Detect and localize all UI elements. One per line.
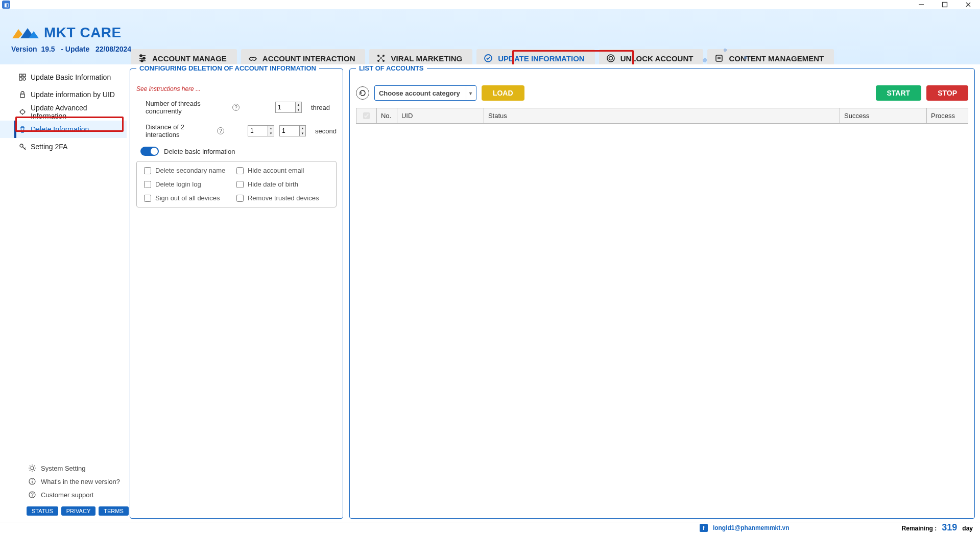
check-sign-out-all-devices[interactable]: Sign out of all devices [144,194,236,202]
distance-min-input[interactable] [248,126,268,136]
check-delete-login-log[interactable]: Delete login log [144,180,236,188]
load-button[interactable]: LOAD [482,85,524,101]
tab-label: ACCOUNT INTERACTION [262,54,355,63]
instructions-link[interactable]: See instructions here ... [136,85,337,92]
sidebar-item-setting-2fa[interactable]: Setting 2FA [0,138,127,155]
unlock-spiral-icon [606,54,615,63]
tab-account-interaction[interactable]: ACCOUNT INTERACTION [241,49,366,64]
whats-new-link[interactable]: What's in the new version? [0,475,127,488]
svg-point-5 [140,55,142,57]
svg-point-11 [383,55,385,57]
check-delete-secondary-name[interactable]: Delete secondary name [144,167,236,174]
tab-label: CONTENT MANAGEMENT [729,54,824,63]
facebook-icon[interactable]: f [700,524,708,532]
svg-point-48 [32,496,32,497]
sidebar-item-label: Update Advanced Information [31,104,121,120]
col-process[interactable]: Process [927,108,968,124]
spin-down[interactable]: ▼ [268,131,274,136]
version-label: Version [11,45,37,53]
check-label: Remove trusted devices [248,194,319,202]
distance-min-spinner[interactable]: ▲▼ [248,125,274,136]
tab-update-information[interactable]: UPDATE INFORMATION [476,49,594,64]
gear-icon [29,465,36,472]
threads-input[interactable] [276,102,295,112]
select-all-checkbox-cell[interactable] [356,108,377,124]
account-category-combo[interactable]: Choose account category ▾ [374,85,476,101]
tab-viral-marketing[interactable]: VIRAL MARKETING [369,49,472,64]
status-bar: f longld1@phanmemmkt.vn Remaining : 319 … [0,522,980,533]
refresh-check-icon [484,54,493,63]
window-maximize-button[interactable] [933,0,957,9]
col-success[interactable]: Success [840,108,927,124]
sidebar-item-delete-information[interactable]: Delete Information [0,121,127,138]
spin-up[interactable]: ▲ [296,102,301,107]
distance-label: Distance of 2 interactions [146,123,212,138]
svg-point-27 [20,110,25,114]
help-icon[interactable]: ? [232,104,240,111]
delete-options-group: Delete secondary name Hide account email… [136,161,337,207]
bottom-link-label: Customer support [41,491,93,499]
customer-support-link[interactable]: Customer support [0,488,127,501]
sliders-icon [138,54,147,63]
sidebar-item-label: Update Basic Information [31,73,111,81]
svg-rect-26 [20,94,25,98]
svg-line-34 [25,148,26,149]
sidebar-item-update-by-uid[interactable]: Update information by UID [0,86,127,103]
check-remove-trusted-devices[interactable]: Remove trusted devices [236,194,329,202]
version-line: Version 19.5 - Update 22/08/2024 [11,45,131,53]
tab-content-management[interactable]: CONTENT MANAGEMENT [707,49,834,64]
check-hide-account-email[interactable]: Hide account email [236,167,329,174]
svg-line-40 [30,466,31,467]
footer-email[interactable]: longld1@phanmemmkt.vn [713,524,790,531]
spin-up[interactable]: ▲ [268,126,274,131]
system-setting-link[interactable]: System Setting [0,461,127,475]
terms-pill[interactable]: TERMS [99,506,129,516]
app-header: MKT CARE Version 19.5 - Update 22/08/202… [0,9,980,64]
delete-basic-toggle[interactable] [140,147,159,156]
col-status[interactable]: Status [484,108,840,124]
help-icon [29,491,36,498]
sidebar-item-update-advanced[interactable]: Update Advanced Information [0,103,127,121]
start-button[interactable]: START [876,85,922,101]
svg-point-10 [377,55,379,57]
check-hide-date-of-birth[interactable]: Hide date of birth [236,180,329,188]
threads-spinner[interactable]: ▲▼ [275,102,302,113]
tab-unlock-account[interactable]: UNLOCK ACCOUNT [599,49,704,64]
config-panel: CONFIGURING DELETION OF ACCOUNT INFORMAT… [130,68,343,519]
col-no[interactable]: No. [377,108,397,124]
status-pill[interactable]: STATUS [27,506,58,516]
svg-line-42 [34,466,35,467]
col-uid[interactable]: UID [397,108,484,124]
distance-max-spinner[interactable]: ▲▼ [279,125,306,136]
window-minimize-button[interactable] [910,0,933,9]
chevron-down-icon: ▾ [466,86,472,100]
sidebar: Update Basic Information Update informat… [0,64,127,522]
remaining-label: Remaining : [902,525,937,532]
spin-up[interactable]: ▲ [300,126,305,131]
refresh-button[interactable] [356,86,369,100]
check-label: Hide date of birth [248,180,298,188]
distance-unit: second [315,127,337,135]
check-label: Sign out of all devices [155,194,220,202]
spin-down[interactable]: ▼ [300,131,305,136]
threads-label: Number of threads concurrently [146,100,227,115]
privacy-pill[interactable]: PRIVACY [61,506,95,516]
tab-account-manage[interactable]: ACCOUNT MANAGE [131,49,237,64]
tab-label: ACCOUNT MANAGE [152,54,227,63]
version-value: 19.5 [41,45,55,53]
document-icon [714,54,724,63]
sidebar-item-label: Update information by UID [31,90,115,99]
lock-icon [18,90,27,99]
spin-down[interactable]: ▼ [296,107,301,112]
delete-basic-label: Delete basic information [164,148,235,155]
distance-max-input[interactable] [280,126,299,136]
stop-button[interactable]: STOP [926,85,968,101]
grid-icon [18,73,27,81]
sidebar-item-update-basic[interactable]: Update Basic Information [0,68,127,86]
select-all-checkbox[interactable] [363,112,370,119]
check-label: Hide account email [248,167,304,174]
help-icon[interactable]: ? [217,127,224,134]
window-close-button[interactable] [957,0,980,9]
update-label: - Update [61,45,89,53]
highlight-box-tab [512,50,634,64]
